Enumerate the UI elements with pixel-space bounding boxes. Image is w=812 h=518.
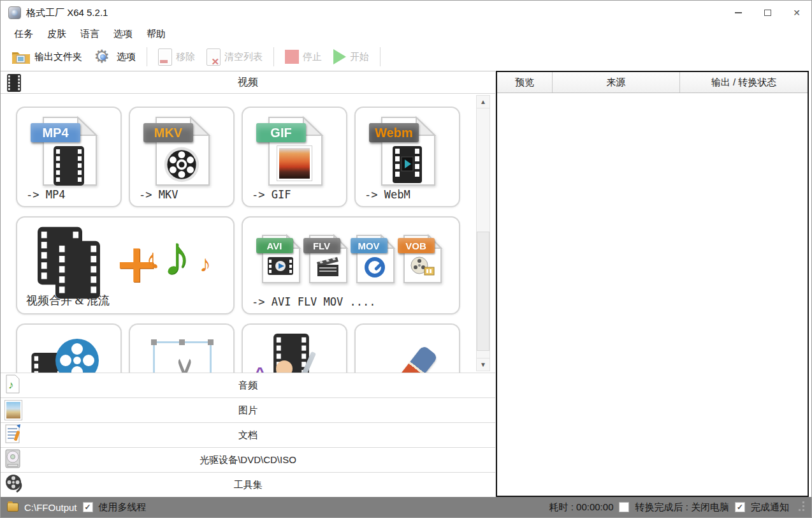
check-icon: ✓	[737, 503, 743, 511]
category-label: 光驱设备\DVD\CD\ISO	[199, 454, 296, 466]
flv-badge: FLV	[303, 238, 340, 253]
scrollbar-thumb[interactable]	[477, 232, 489, 351]
tile-video-tool-4[interactable]	[354, 323, 460, 373]
titlebar: 格式工厂 X64 5.2.1 ✕	[1, 1, 811, 25]
close-button[interactable]: ✕	[782, 1, 811, 25]
stop-label: 停止	[303, 51, 322, 63]
menu-language[interactable]: 语言	[73, 25, 106, 43]
window-controls: ✕	[723, 1, 811, 25]
category-disc[interactable]: 光驱设备\DVD\CD\ISO	[1, 447, 495, 472]
gif-badge: GIF	[256, 123, 306, 142]
tile-video-tool-2[interactable]: ✂	[129, 323, 235, 373]
mkv-badge: MKV	[143, 123, 193, 142]
app-logo-icon	[8, 6, 21, 19]
output-path-folder-icon[interactable]	[7, 503, 18, 512]
notify-label: 完成通知	[751, 501, 789, 514]
column-output-status[interactable]: 输出 / 转换状态	[680, 72, 808, 93]
video-section-header[interactable]: 视频	[1, 71, 495, 94]
mp4-file-icon: MP4	[40, 115, 98, 187]
category-label: 音频	[238, 380, 257, 392]
shutdown-checkbox[interactable]: ✓	[619, 502, 629, 512]
task-list-body[interactable]	[497, 93, 808, 496]
minimize-icon	[735, 12, 742, 13]
stop-icon	[285, 50, 299, 64]
tile-label: -> MP4	[26, 188, 65, 201]
options-button[interactable]: ⚙ 选项	[88, 45, 141, 69]
column-preview[interactable]: 预览	[497, 72, 553, 93]
notify-checkbox[interactable]: ✓	[735, 502, 745, 512]
category-document[interactable]: 文档	[1, 422, 495, 447]
clear-list-button[interactable]: ✕ 清空列表	[201, 45, 268, 69]
tile-label: -> AVI FLV MOV ....	[252, 295, 375, 308]
toolset-reel-icon	[5, 474, 23, 496]
remove-label: 移除	[176, 51, 195, 63]
close-icon: ✕	[793, 8, 801, 18]
toolbar-separator	[147, 47, 147, 66]
maximize-icon	[764, 10, 771, 16]
merge-icon: + ♪ ♪ ♪	[30, 226, 221, 297]
picture-icon	[5, 401, 22, 420]
tile-label: -> WebM	[365, 188, 410, 201]
multithread-checkbox[interactable]: ✓	[83, 502, 93, 512]
menu-options[interactable]: 选项	[106, 25, 140, 43]
flv-file-icon: FLV	[307, 234, 348, 284]
mp4-badge: MP4	[31, 123, 80, 142]
tile-to-avi-flv-mov[interactable]: AVI FLV	[242, 216, 460, 314]
toolbar-separator	[380, 47, 381, 66]
tile-to-webm[interactable]: Webm -> WebM	[354, 107, 460, 207]
avi-file-icon: AVI	[260, 234, 301, 284]
output-path[interactable]: C:\FFOutput	[24, 502, 77, 513]
stop-button[interactable]: 停止	[279, 45, 328, 69]
crop-scissors-icon: ✂	[130, 325, 233, 373]
video-section-title: 视频	[238, 76, 258, 89]
film-reel-icon	[163, 146, 200, 183]
vertical-scrollbar[interactable]: ▲ ▼	[476, 95, 490, 371]
tile-label: -> MKV	[139, 188, 178, 201]
tile-video-tool-3[interactable]: ^	[242, 323, 347, 373]
tile-video-merge-mux[interactable]: + ♪ ♪ ♪ 视频合并 & 混流	[16, 216, 235, 314]
mov-file-icon: MOV	[354, 234, 395, 284]
tile-label: -> GIF	[252, 188, 291, 201]
options-label: 选项	[117, 51, 136, 63]
svg-text:♪: ♪	[8, 379, 14, 391]
maximize-button[interactable]	[753, 1, 782, 25]
video-tiles-viewport: MP4 -> MP4 MKV	[1, 94, 495, 373]
mov-badge: MOV	[351, 238, 388, 253]
gear-icon: ⚙	[94, 47, 113, 66]
category-picture[interactable]: 图片	[1, 397, 495, 422]
menu-task[interactable]: 任务	[7, 25, 40, 43]
output-folder-button[interactable]: 输出文件夹	[6, 45, 88, 69]
category-label: 文档	[238, 429, 257, 441]
tile-to-gif[interactable]: GIF -> GIF	[242, 107, 347, 207]
main-area: 视频 MP4 -> MP4	[1, 71, 811, 497]
resize-grip[interactable]	[796, 503, 805, 512]
elapsed-time: 耗时 : 00:00:00	[549, 501, 614, 514]
remove-button[interactable]: 移除	[152, 45, 201, 69]
category-audio[interactable]: ♪ 音频	[1, 373, 495, 397]
vob-file-icon: VOB	[402, 234, 442, 284]
category-toolset[interactable]: 工具集	[1, 472, 495, 497]
tile-to-mp4[interactable]: MP4 -> MP4	[16, 107, 122, 207]
tile-video-tool-1[interactable]	[16, 323, 122, 373]
menu-help[interactable]: 帮助	[140, 25, 173, 43]
scrollbar-track[interactable]	[477, 108, 489, 358]
clapperboard-icon	[315, 256, 340, 278]
scroll-up-button[interactable]: ▲	[477, 96, 489, 108]
minimize-button[interactable]	[723, 1, 753, 25]
clear-list-icon: ✕	[207, 48, 221, 66]
category-list: ♪ 音频 图片	[1, 373, 495, 497]
scroll-down-button[interactable]: ▼	[477, 358, 489, 371]
tile-to-mkv[interactable]: MKV -> MKV	[129, 107, 235, 207]
disc-drive-icon	[5, 449, 20, 471]
menu-skin[interactable]: 皮肤	[40, 25, 73, 43]
window-title: 格式工厂 X64 5.2.1	[26, 7, 108, 19]
start-button[interactable]: 开始	[328, 45, 375, 69]
watermark-person-icon: ^	[243, 325, 346, 373]
eraser-icon	[356, 325, 459, 373]
sunset-photo-icon	[277, 146, 312, 181]
column-source[interactable]: 来源	[553, 72, 680, 93]
multi-format-icons: AVI FLV	[243, 234, 459, 284]
menubar: 任务 皮肤 语言 选项 帮助	[1, 25, 811, 43]
downloader-icon	[17, 325, 120, 373]
task-list-header: 预览 来源 输出 / 转换状态	[497, 72, 808, 93]
